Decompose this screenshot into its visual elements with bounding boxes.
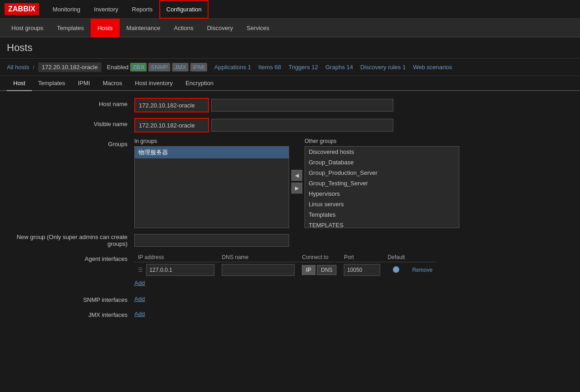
other-group-item[interactable]: Templates xyxy=(305,209,459,220)
col-port-header: Port xyxy=(340,253,384,262)
form-content: Host name Visible name Groups In groups … xyxy=(0,91,580,331)
new-group-input[interactable] xyxy=(134,234,289,247)
tab-macros[interactable]: Macros xyxy=(97,76,129,91)
subnav-templates[interactable]: Templates xyxy=(50,19,91,37)
visiblename-extra-input[interactable] xyxy=(211,119,393,132)
in-group-item[interactable]: 物理服务器 xyxy=(135,147,289,158)
badge-snmp: SNMP xyxy=(148,63,170,71)
snmp-interfaces-label: SNMP interfaces xyxy=(7,294,134,303)
jmx-interfaces-label: JMX interfaces xyxy=(7,309,134,318)
top-navigation: ZABBIX Monitoring Inventory Reports Conf… xyxy=(0,0,580,19)
nav-configuration[interactable]: Configuration xyxy=(159,0,208,19)
agent-dns-cell xyxy=(218,262,298,278)
agent-interfaces-label: Agent interfaces xyxy=(7,253,134,262)
other-group-item[interactable]: Group_Testing_Server xyxy=(305,178,459,188)
hostname-extra-input[interactable] xyxy=(211,99,393,112)
agent-ip-input[interactable] xyxy=(146,264,214,276)
agent-interfaces-table: IP address DNS name Connect to Port Defa… xyxy=(134,253,436,278)
groups-row: Groups In groups 物理服务器 ◀ ▶ Other groups … xyxy=(7,138,573,228)
badge-ipmi: IPMI xyxy=(190,63,207,71)
other-group-item[interactable]: Group_Production_Server xyxy=(305,168,459,178)
breadcrumb-all-hosts[interactable]: All hosts xyxy=(7,64,29,71)
page-title: Hosts xyxy=(0,37,580,59)
agent-interface-row: ☰ IP DNS xyxy=(134,262,436,278)
subnav-hosts[interactable]: Hosts xyxy=(91,19,119,37)
jmx-interfaces-field: Add xyxy=(134,309,573,317)
agent-port-cell xyxy=(340,262,384,278)
agent-dns-input[interactable] xyxy=(222,264,295,276)
visiblename-input[interactable] xyxy=(135,119,208,132)
connect-ip-button[interactable]: IP xyxy=(302,265,315,275)
agent-interfaces-row: Agent interfaces IP address DNS name Con… xyxy=(7,253,573,286)
move-right-button[interactable]: ▶ xyxy=(291,183,302,193)
tab-host[interactable]: Host xyxy=(7,76,32,91)
tab-templates[interactable]: Templates xyxy=(32,76,71,91)
subnav-maintenance[interactable]: Maintenance xyxy=(120,19,167,37)
other-group-item[interactable]: Linux servers xyxy=(305,199,459,209)
new-group-label: New group (Only super admins can create … xyxy=(7,234,134,247)
groups-arrows: ◀ ▶ xyxy=(291,170,302,193)
snmp-interfaces-field: Add xyxy=(134,294,573,302)
logo: ZABBIX xyxy=(5,3,39,15)
drag-handle[interactable]: ☰ xyxy=(138,267,143,273)
other-group-item[interactable]: TEMPLATES xyxy=(305,220,459,228)
col-default-header: Default xyxy=(384,253,408,262)
subnav-discovery[interactable]: Discovery xyxy=(200,19,240,37)
hostname-field xyxy=(134,98,573,112)
col-dnsname-header: DNS name xyxy=(218,253,298,262)
agent-port-input[interactable] xyxy=(344,264,380,276)
breadcrumb-graphs[interactable]: Graphs 14 xyxy=(326,64,353,71)
badge-zbx: ZBX xyxy=(130,63,147,71)
default-radio[interactable] xyxy=(393,266,399,273)
other-group-item[interactable]: Group_Database xyxy=(305,157,459,168)
agent-interfaces-field: IP address DNS name Connect to Port Defa… xyxy=(134,253,573,286)
add-agent-interface-link[interactable]: Add xyxy=(134,280,145,286)
agent-default-cell xyxy=(384,262,408,278)
breadcrumb-bar: All hosts / 172.20.10.182-oracle Enabled… xyxy=(0,59,580,76)
breadcrumb-current-host: 172.20.10.182-oracle xyxy=(38,62,102,72)
tab-ipmi[interactable]: IPMI xyxy=(71,76,97,91)
other-groups-listbox[interactable]: Discovered hosts Group_Database Group_Pr… xyxy=(305,146,459,228)
badge-jmx: JMX xyxy=(172,63,188,71)
breadcrumb-items[interactable]: Items 68 xyxy=(259,64,281,71)
breadcrumb-applications[interactable]: Applications 1 xyxy=(214,64,251,71)
connect-dns-button[interactable]: DNS xyxy=(317,265,336,275)
groups-label: Groups xyxy=(7,138,134,148)
col-actions-header xyxy=(408,253,436,262)
new-group-row: New group (Only super admins can create … xyxy=(7,234,573,247)
other-group-item[interactable]: Hypervisors xyxy=(305,188,459,199)
add-jmx-interface-link[interactable]: Add xyxy=(134,311,145,317)
subnav-actions[interactable]: Actions xyxy=(167,19,200,37)
subnav-hostgroups[interactable]: Host groups xyxy=(5,19,50,37)
breadcrumb-separator: / xyxy=(33,64,35,71)
tab-encryption[interactable]: Encryption xyxy=(179,76,219,91)
agent-connectto-cell: IP DNS xyxy=(298,262,340,278)
nav-inventory[interactable]: Inventory xyxy=(87,0,125,19)
other-groups-column: Other groups Discovered hosts Group_Data… xyxy=(305,138,459,228)
subnav-services[interactable]: Services xyxy=(240,19,276,37)
hostname-input[interactable] xyxy=(135,99,208,112)
groups-content: In groups 物理服务器 ◀ ▶ Other groups Discove… xyxy=(134,138,459,228)
breadcrumb-status: Enabled xyxy=(107,64,129,71)
breadcrumb-web-scenarios[interactable]: Web scenarios xyxy=(413,64,452,71)
in-groups-listbox[interactable]: 物理服务器 xyxy=(134,146,289,228)
visiblename-label: Visible name xyxy=(7,118,134,127)
other-groups-label: Other groups xyxy=(305,138,459,144)
other-group-item[interactable]: Discovered hosts xyxy=(305,147,459,157)
hostname-row: Host name xyxy=(7,98,573,112)
nav-reports[interactable]: Reports xyxy=(125,0,160,19)
breadcrumb-triggers[interactable]: Triggers 12 xyxy=(288,64,318,71)
visiblename-field xyxy=(134,118,573,132)
add-snmp-interface-link[interactable]: Add xyxy=(134,295,145,302)
col-connectto-header: Connect to xyxy=(298,253,340,262)
agent-ip-cell: ☰ xyxy=(134,262,218,278)
remove-agent-link[interactable]: Remove xyxy=(412,267,432,273)
breadcrumb-discovery-rules[interactable]: Discovery rules 1 xyxy=(360,64,406,71)
nav-monitoring[interactable]: Monitoring xyxy=(46,0,87,19)
agent-remove-cell: Remove xyxy=(408,262,436,278)
in-groups-column: In groups 物理服务器 xyxy=(134,138,289,228)
move-left-button[interactable]: ◀ xyxy=(291,170,302,181)
tab-host-inventory[interactable]: Host inventory xyxy=(128,76,179,91)
col-ipaddress-header: IP address xyxy=(134,253,218,262)
hostname-label: Host name xyxy=(7,98,134,107)
